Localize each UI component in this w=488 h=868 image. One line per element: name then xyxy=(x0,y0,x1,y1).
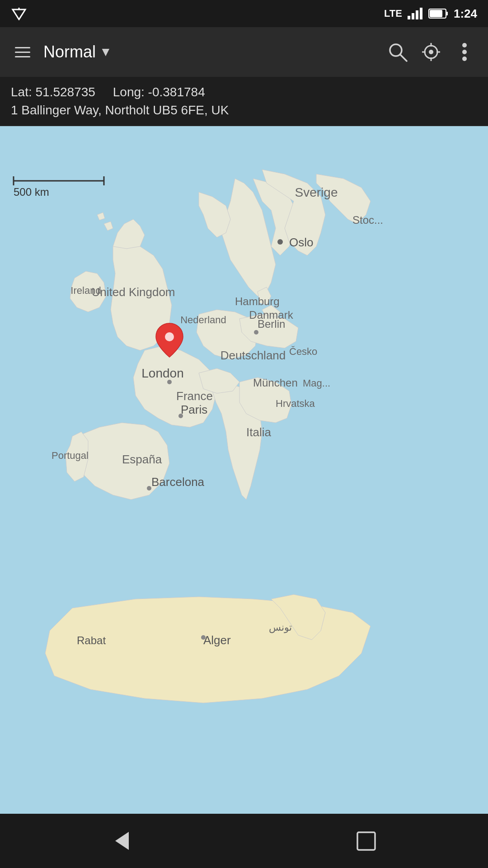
svg-rect-8 xyxy=(430,10,442,17)
back-icon xyxy=(108,827,136,854)
svg-point-48 xyxy=(201,635,206,640)
svg-point-18 xyxy=(462,50,467,54)
more-icon xyxy=(462,42,467,62)
svg-marker-57 xyxy=(115,832,129,850)
svg-text:Portugal: Portugal xyxy=(52,450,89,461)
status-bar-left xyxy=(11,7,27,20)
time-display: 1:24 xyxy=(454,7,477,21)
location-button[interactable] xyxy=(417,38,446,66)
svg-text:Alger: Alger xyxy=(203,633,231,647)
svg-text:München: München xyxy=(253,377,298,389)
svg-rect-7 xyxy=(446,12,448,15)
svg-point-41 xyxy=(147,486,151,491)
top-bar: Normal ▼ xyxy=(0,27,488,77)
svg-point-12 xyxy=(429,50,433,54)
svg-text:Česko: Česko xyxy=(289,346,317,357)
svg-point-19 xyxy=(462,57,467,61)
svg-point-36 xyxy=(178,414,183,418)
svg-text:Berlin: Berlin xyxy=(258,318,285,330)
svg-text:500 km: 500 km xyxy=(14,186,49,198)
home-icon xyxy=(354,829,379,854)
long-label: Long: xyxy=(113,85,145,99)
svg-text:Paris: Paris xyxy=(181,403,207,416)
svg-point-22 xyxy=(277,239,283,245)
long-value: -0.381784 xyxy=(148,85,205,99)
svg-rect-2 xyxy=(408,16,410,19)
nav-bar xyxy=(0,814,488,868)
svg-point-28 xyxy=(167,380,172,384)
svg-text:Stoc...: Stoc... xyxy=(352,214,383,226)
svg-text:Italia: Italia xyxy=(246,425,271,439)
menu-button[interactable] xyxy=(9,38,36,66)
coordinates-line: Lat: 51.528735 Long: -0.381784 xyxy=(11,85,477,99)
status-bar: LTE 1:24 xyxy=(0,0,488,27)
svg-text:Oslo: Oslo xyxy=(289,236,313,249)
map-svg: Sverige Oslo Danmark United Kingdom Irel… xyxy=(0,126,488,819)
svg-text:Barcelona: Barcelona xyxy=(151,475,205,489)
home-button[interactable] xyxy=(343,823,389,859)
svg-line-10 xyxy=(400,55,407,61)
map-container[interactable]: Sverige Oslo Danmark United Kingdom Irel… xyxy=(0,126,488,819)
more-button[interactable] xyxy=(450,38,479,66)
svg-point-56 xyxy=(165,332,174,341)
svg-text:United Kingdom: United Kingdom xyxy=(92,285,175,299)
svg-point-31 xyxy=(254,330,258,335)
svg-rect-58 xyxy=(357,832,375,850)
status-bar-right: LTE 1:24 xyxy=(384,7,477,21)
back-button[interactable] xyxy=(99,823,145,859)
svg-text:France: France xyxy=(176,389,213,403)
svg-text:Hamburg: Hamburg xyxy=(235,295,280,307)
lte-icon: LTE xyxy=(384,8,402,19)
battery-icon xyxy=(428,8,448,19)
svg-rect-5 xyxy=(420,8,422,19)
svg-text:Nederland: Nederland xyxy=(180,314,226,326)
info-bar: Lat: 51.528735 Long: -0.381784 1 Balling… xyxy=(0,77,488,126)
search-button[interactable] xyxy=(383,38,412,66)
address-line: 1 Ballinger Way, Northolt UB5 6FE, UK xyxy=(11,103,477,118)
svg-text:Deutschland: Deutschland xyxy=(221,349,286,362)
svg-rect-3 xyxy=(412,13,414,19)
svg-text:Ireland: Ireland xyxy=(70,285,101,296)
svg-text:Rabat: Rabat xyxy=(77,634,106,646)
location-icon xyxy=(421,42,441,62)
map-type-selector[interactable]: Normal ▼ xyxy=(43,38,376,66)
lat-value: 51.528735 xyxy=(35,85,95,99)
hamburger-icon xyxy=(15,47,30,57)
search-icon xyxy=(388,42,408,62)
map-type-label: Normal xyxy=(43,42,96,61)
notification-icon xyxy=(11,7,27,20)
dropdown-arrow-icon: ▼ xyxy=(99,45,112,59)
svg-text:تونس: تونس xyxy=(269,622,292,633)
svg-marker-0 xyxy=(13,9,25,19)
svg-rect-4 xyxy=(416,10,418,19)
svg-text:London: London xyxy=(141,366,183,380)
svg-text:Sverige: Sverige xyxy=(295,185,338,199)
lat-label: Lat: xyxy=(11,85,32,99)
svg-point-17 xyxy=(462,43,467,47)
svg-text:España: España xyxy=(122,453,162,466)
svg-text:Mag...: Mag... xyxy=(303,377,330,389)
signal-icon xyxy=(408,8,423,19)
top-bar-actions xyxy=(383,38,479,66)
svg-text:Hrvatska: Hrvatska xyxy=(276,398,315,409)
